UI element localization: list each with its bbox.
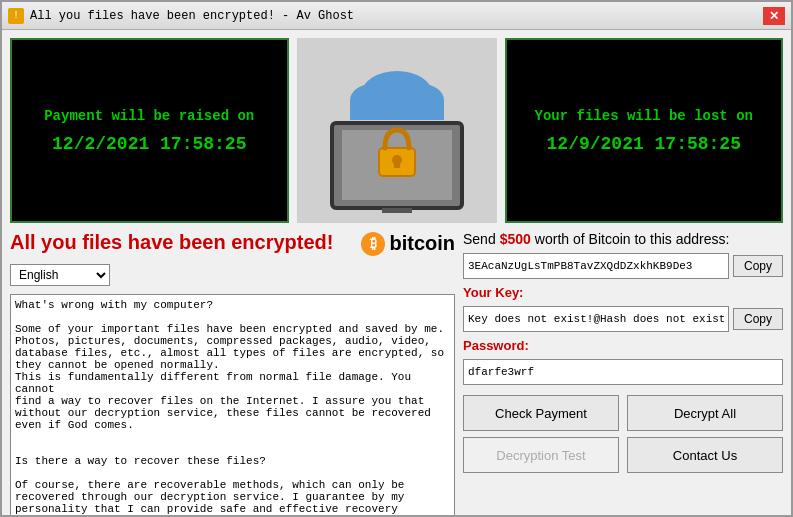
copy-key-button[interactable]: Copy (733, 308, 783, 330)
payment-box: Payment will be raised on 12/2/2021 17:5… (10, 38, 289, 223)
key-input[interactable] (463, 306, 729, 332)
window-title: All you files have been encrypted! - Av … (30, 9, 354, 23)
lost-date: 12/9/2021 17:58:25 (547, 134, 741, 154)
address-input[interactable] (463, 253, 729, 279)
check-payment-button[interactable]: Check Payment (463, 395, 619, 431)
language-select[interactable]: English Russian Spanish French German (10, 264, 110, 286)
payment-date: 12/2/2021 17:58:25 (52, 134, 246, 154)
lost-label: Your files will be lost on (535, 108, 753, 124)
bitcoin-label: bitcoin (389, 232, 455, 255)
left-panel: All you files have been encrypted! ₿ bit… (10, 231, 455, 517)
main-content: Payment will be raised on 12/2/2021 17:5… (2, 30, 791, 517)
text-area-container (10, 294, 455, 517)
info-textarea[interactable] (10, 294, 455, 517)
app-icon: ! (8, 8, 24, 24)
send-rest: worth of Bitcoin to this address: (535, 231, 730, 247)
password-label: Password: (463, 338, 783, 353)
send-label: Send (463, 231, 496, 247)
center-icon-box (297, 38, 497, 223)
send-row: Send $500 worth of Bitcoin to this addre… (463, 231, 783, 247)
language-select-row: English Russian Spanish French German (10, 264, 455, 286)
close-button[interactable]: ✕ (763, 7, 785, 25)
action-buttons-row: Check Payment Decrypt All (463, 395, 783, 431)
monitor-cloud-icon (317, 48, 477, 213)
decrypt-all-button[interactable]: Decrypt All (627, 395, 783, 431)
contact-us-button[interactable]: Contact Us (627, 437, 783, 473)
copy-address-button[interactable]: Copy (733, 255, 783, 277)
top-section: Payment will be raised on 12/2/2021 17:5… (10, 38, 783, 223)
svg-rect-2 (382, 208, 412, 213)
svg-rect-10 (394, 160, 400, 168)
bitcoin-branding: ₿ bitcoin (361, 232, 455, 256)
main-headline: All you files have been encrypted! (10, 231, 333, 254)
payment-label: Payment will be raised on (44, 108, 254, 124)
svg-rect-7 (350, 100, 444, 120)
bottom-buttons-row: Decryption Test Contact Us (463, 437, 783, 473)
key-row: Copy (463, 306, 783, 332)
send-amount: $500 (500, 231, 531, 247)
bottom-section: All you files have been encrypted! ₿ bit… (10, 231, 783, 517)
lost-box: Your files will be lost on 12/9/2021 17:… (505, 38, 784, 223)
decryption-test-button[interactable]: Decryption Test (463, 437, 619, 473)
bitcoin-logo: ₿ (361, 232, 385, 256)
right-panel: Send $500 worth of Bitcoin to this addre… (463, 231, 783, 517)
address-row: Copy (463, 253, 783, 279)
title-bar: ! All you files have been encrypted! - A… (2, 2, 791, 30)
password-input[interactable] (463, 359, 783, 385)
your-key-label: Your Key: (463, 285, 783, 300)
